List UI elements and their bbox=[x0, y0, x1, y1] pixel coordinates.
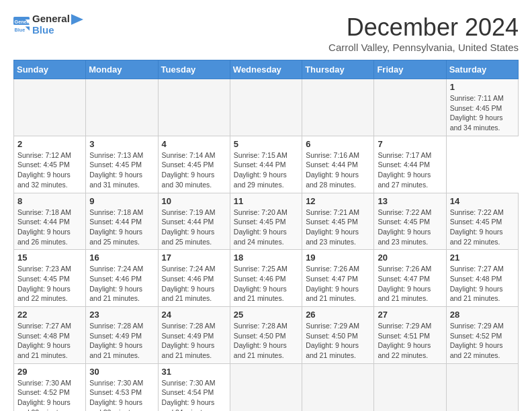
calendar-day-25: 25Sunrise: 7:28 AMSunset: 4:50 PMDayligh… bbox=[230, 307, 302, 364]
calendar-day-27: 27Sunrise: 7:29 AMSunset: 4:51 PMDayligh… bbox=[374, 307, 446, 364]
calendar-day-24: 24Sunrise: 7:28 AMSunset: 4:49 PMDayligh… bbox=[158, 307, 230, 364]
empty-cell bbox=[230, 79, 302, 136]
day-number: 7 bbox=[378, 139, 442, 149]
day-number: 24 bbox=[162, 310, 226, 320]
calendar-day-14: 14Sunrise: 7:22 AMSunset: 4:45 PMDayligh… bbox=[446, 193, 518, 250]
logo-general-text: General bbox=[32, 13, 70, 24]
weekday-header-wednesday: Wednesday bbox=[230, 60, 302, 79]
day-number: 19 bbox=[306, 253, 370, 263]
calendar-day-13: 13Sunrise: 7:22 AMSunset: 4:45 PMDayligh… bbox=[374, 193, 446, 250]
weekday-header-monday: Monday bbox=[86, 60, 158, 79]
weekday-header-thursday: Thursday bbox=[302, 60, 374, 79]
calendar-day-9: 9Sunrise: 7:18 AMSunset: 4:44 PMDaylight… bbox=[86, 193, 158, 250]
calendar-day-3: 3Sunrise: 7:13 AMSunset: 4:45 PMDaylight… bbox=[86, 136, 158, 193]
month-title: December 2024 bbox=[328, 13, 519, 42]
day-detail: Sunrise: 7:15 AMSunset: 4:44 PMDaylight:… bbox=[234, 150, 298, 190]
calendar-day-29: 29Sunrise: 7:30 AMSunset: 4:52 PMDayligh… bbox=[14, 363, 86, 411]
day-number: 25 bbox=[234, 310, 298, 320]
calendar-week-2: 2Sunrise: 7:12 AMSunset: 4:45 PMDaylight… bbox=[14, 136, 519, 193]
calendar-day-2: 2Sunrise: 7:12 AMSunset: 4:45 PMDaylight… bbox=[14, 136, 86, 193]
empty-cell bbox=[230, 363, 302, 411]
day-detail: Sunrise: 7:28 AMSunset: 4:49 PMDaylight:… bbox=[89, 321, 154, 361]
calendar-day-10: 10Sunrise: 7:19 AMSunset: 4:44 PMDayligh… bbox=[158, 193, 230, 250]
calendar-day-17: 17Sunrise: 7:24 AMSunset: 4:46 PMDayligh… bbox=[158, 250, 230, 307]
calendar-day-19: 19Sunrise: 7:26 AMSunset: 4:47 PMDayligh… bbox=[302, 250, 374, 307]
day-number: 9 bbox=[89, 196, 154, 206]
day-number: 6 bbox=[306, 139, 370, 149]
logo-icon: General Blue bbox=[13, 17, 30, 33]
empty-cell bbox=[14, 79, 86, 136]
empty-cell bbox=[446, 363, 518, 411]
day-number: 14 bbox=[450, 196, 515, 206]
day-detail: Sunrise: 7:30 AMSunset: 4:52 PMDaylight:… bbox=[17, 378, 82, 411]
day-detail: Sunrise: 7:24 AMSunset: 4:46 PMDaylight:… bbox=[162, 264, 226, 304]
calendar-header: SundayMondayTuesdayWednesdayThursdayFrid… bbox=[14, 60, 519, 79]
day-number: 28 bbox=[450, 310, 515, 320]
calendar-week-4: 15Sunrise: 7:23 AMSunset: 4:45 PMDayligh… bbox=[14, 250, 519, 307]
calendar-day-30: 30Sunrise: 7:30 AMSunset: 4:53 PMDayligh… bbox=[86, 363, 158, 411]
day-detail: Sunrise: 7:27 AMSunset: 4:48 PMDaylight:… bbox=[450, 264, 515, 304]
svg-text:Blue: Blue bbox=[15, 26, 26, 32]
calendar-day-20: 20Sunrise: 7:26 AMSunset: 4:47 PMDayligh… bbox=[374, 250, 446, 307]
empty-cell bbox=[374, 79, 446, 136]
day-number: 22 bbox=[17, 310, 82, 320]
day-detail: Sunrise: 7:23 AMSunset: 4:45 PMDaylight:… bbox=[17, 264, 82, 304]
day-number: 16 bbox=[89, 253, 154, 263]
page-header: General Blue General Blue December 2024 … bbox=[13, 13, 519, 53]
day-detail: Sunrise: 7:25 AMSunset: 4:46 PMDaylight:… bbox=[234, 264, 298, 304]
day-detail: Sunrise: 7:18 AMSunset: 4:44 PMDaylight:… bbox=[89, 208, 154, 247]
day-number: 23 bbox=[89, 310, 154, 320]
day-detail: Sunrise: 7:29 AMSunset: 4:52 PMDaylight:… bbox=[450, 321, 515, 361]
weekday-header-saturday: Saturday bbox=[446, 60, 518, 79]
calendar-day-28: 28Sunrise: 7:29 AMSunset: 4:52 PMDayligh… bbox=[446, 307, 518, 364]
calendar-day-31: 31Sunrise: 7:30 AMSunset: 4:54 PMDayligh… bbox=[158, 363, 230, 411]
day-number: 3 bbox=[89, 139, 154, 149]
calendar-day-26: 26Sunrise: 7:29 AMSunset: 4:50 PMDayligh… bbox=[302, 307, 374, 364]
day-number: 8 bbox=[17, 196, 82, 206]
day-detail: Sunrise: 7:30 AMSunset: 4:54 PMDaylight:… bbox=[162, 378, 226, 411]
calendar-day-11: 11Sunrise: 7:20 AMSunset: 4:45 PMDayligh… bbox=[230, 193, 302, 250]
day-detail: Sunrise: 7:11 AMSunset: 4:45 PMDaylight:… bbox=[450, 93, 515, 133]
calendar-day-6: 6Sunrise: 7:16 AMSunset: 4:44 PMDaylight… bbox=[302, 136, 374, 193]
day-number: 4 bbox=[162, 139, 226, 149]
weekday-header-friday: Friday bbox=[374, 60, 446, 79]
empty-cell bbox=[302, 79, 374, 136]
calendar-day-15: 15Sunrise: 7:23 AMSunset: 4:45 PMDayligh… bbox=[14, 250, 86, 307]
day-detail: Sunrise: 7:22 AMSunset: 4:45 PMDaylight:… bbox=[378, 208, 442, 247]
day-detail: Sunrise: 7:30 AMSunset: 4:53 PMDaylight:… bbox=[89, 378, 154, 411]
calendar-day-4: 4Sunrise: 7:14 AMSunset: 4:45 PMDaylight… bbox=[158, 136, 230, 193]
day-detail: Sunrise: 7:22 AMSunset: 4:45 PMDaylight:… bbox=[450, 208, 515, 247]
svg-text:General: General bbox=[15, 19, 30, 25]
day-detail: Sunrise: 7:24 AMSunset: 4:46 PMDaylight:… bbox=[89, 264, 154, 304]
day-number: 10 bbox=[162, 196, 226, 206]
day-detail: Sunrise: 7:26 AMSunset: 4:47 PMDaylight:… bbox=[378, 264, 442, 304]
empty-cell bbox=[302, 363, 374, 411]
calendar-day-7: 7Sunrise: 7:17 AMSunset: 4:44 PMDaylight… bbox=[374, 136, 446, 193]
calendar-week-3: 8Sunrise: 7:18 AMSunset: 4:44 PMDaylight… bbox=[14, 193, 519, 250]
day-number: 1 bbox=[450, 82, 515, 92]
calendar-day-12: 12Sunrise: 7:21 AMSunset: 4:45 PMDayligh… bbox=[302, 193, 374, 250]
calendar-week-1: 1Sunrise: 7:11 AMSunset: 4:45 PMDaylight… bbox=[14, 79, 519, 136]
calendar-day-21: 21Sunrise: 7:27 AMSunset: 4:48 PMDayligh… bbox=[446, 250, 518, 307]
calendar-week-5: 22Sunrise: 7:27 AMSunset: 4:48 PMDayligh… bbox=[14, 307, 519, 364]
calendar-day-8: 8Sunrise: 7:18 AMSunset: 4:44 PMDaylight… bbox=[14, 193, 86, 250]
day-detail: Sunrise: 7:21 AMSunset: 4:45 PMDaylight:… bbox=[306, 208, 370, 247]
day-detail: Sunrise: 7:27 AMSunset: 4:48 PMDaylight:… bbox=[17, 321, 82, 361]
day-number: 20 bbox=[378, 253, 442, 263]
day-detail: Sunrise: 7:18 AMSunset: 4:44 PMDaylight:… bbox=[17, 208, 82, 247]
day-number: 2 bbox=[17, 139, 82, 149]
day-number: 18 bbox=[234, 253, 298, 263]
title-area: December 2024 Carroll Valley, Pennsylvan… bbox=[328, 13, 519, 53]
empty-cell bbox=[374, 363, 446, 411]
empty-cell bbox=[158, 79, 230, 136]
logo-blue-text: Blue bbox=[32, 25, 85, 36]
day-detail: Sunrise: 7:19 AMSunset: 4:44 PMDaylight:… bbox=[162, 208, 226, 247]
day-detail: Sunrise: 7:28 AMSunset: 4:50 PMDaylight:… bbox=[234, 321, 298, 361]
svg-marker-6 bbox=[71, 14, 83, 25]
day-number: 12 bbox=[306, 196, 370, 206]
day-number: 15 bbox=[17, 253, 82, 263]
day-number: 11 bbox=[234, 196, 298, 206]
calendar-day-5: 5Sunrise: 7:15 AMSunset: 4:44 PMDaylight… bbox=[230, 136, 302, 193]
calendar-day-23: 23Sunrise: 7:28 AMSunset: 4:49 PMDayligh… bbox=[86, 307, 158, 364]
day-detail: Sunrise: 7:28 AMSunset: 4:49 PMDaylight:… bbox=[162, 321, 226, 361]
